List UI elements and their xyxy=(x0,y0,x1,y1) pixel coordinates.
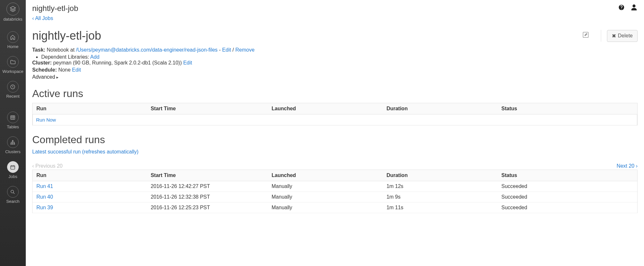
search-icon xyxy=(7,186,19,198)
home-icon xyxy=(7,31,19,43)
col-run: Run xyxy=(33,103,148,114)
brand-name: databricks xyxy=(3,17,22,22)
sidebar-item-home[interactable]: Home xyxy=(3,29,24,54)
all-jobs-link[interactable]: ‹ All Jobs xyxy=(32,15,53,21)
table-row: Run 402016-11-26 12:32:38 PSTManually1m … xyxy=(33,192,637,202)
svg-point-5 xyxy=(14,143,15,144)
sidebar-item-label: Clusters xyxy=(5,149,21,154)
delete-button-label: Delete xyxy=(618,33,633,39)
sidebar-item-workspace[interactable]: Workspace xyxy=(3,54,24,78)
task-prefix: Notebook at xyxy=(47,47,76,53)
run-link[interactable]: Run 40 xyxy=(36,194,53,200)
sidebar-item-clusters[interactable]: Clusters xyxy=(3,134,24,159)
svg-point-3 xyxy=(11,143,12,144)
schedule-edit-link[interactable]: Edit xyxy=(72,67,81,73)
sidebar-item-label: Workspace xyxy=(3,69,24,74)
job-title: nightly-etl-job xyxy=(32,29,101,43)
sidebar-item-label: Jobs xyxy=(8,174,17,179)
dependent-libraries-line: Dependent Libraries: Add xyxy=(41,54,638,60)
col-duration: Duration xyxy=(383,170,498,181)
sidebar-item-label: Recent xyxy=(6,94,19,99)
main-content: nightly-etl-job ‹ All Jobs nightly-etl-j… xyxy=(26,0,644,266)
col-launched: Launched xyxy=(268,170,383,181)
user-icon[interactable] xyxy=(630,4,638,13)
cluster-line: Cluster: peyman (90 GB, Running, Spark 2… xyxy=(32,60,638,66)
close-icon: ✖ xyxy=(612,33,616,39)
page-title: nightly-etl-job xyxy=(32,4,78,13)
run-link[interactable]: Run 39 xyxy=(36,205,53,210)
divider xyxy=(601,30,601,42)
delete-button[interactable]: ✖ Delete xyxy=(607,30,638,42)
next-page[interactable]: Next 20 › xyxy=(617,163,638,169)
sidebar-item-jobs[interactable]: Jobs xyxy=(3,159,24,183)
sidebar-item-label: Home xyxy=(7,44,19,49)
col-launched: Launched xyxy=(268,103,383,114)
completed-runs-table: Run Start Time Launched Duration Status … xyxy=(32,170,638,213)
cluster-edit-link[interactable]: Edit xyxy=(183,60,192,65)
run-link[interactable]: Run 41 xyxy=(36,183,53,189)
col-status: Status xyxy=(498,170,637,181)
col-run: Run xyxy=(33,170,148,181)
run-now-link[interactable]: Run Now xyxy=(36,117,56,123)
task-label: Task: xyxy=(32,47,45,53)
svg-rect-1 xyxy=(11,115,15,119)
col-duration: Duration xyxy=(383,103,498,114)
edit-title-icon[interactable] xyxy=(576,31,595,40)
task-remove-link[interactable]: Remove xyxy=(235,47,255,53)
folder-icon xyxy=(7,56,19,68)
svg-point-4 xyxy=(13,143,14,144)
col-start-time: Start Time xyxy=(148,103,268,114)
sidebar: databricks HomeWorkspaceRecentTablesClus… xyxy=(0,0,26,266)
table-row: Run 412016-11-26 12:42:27 PSTManually1m … xyxy=(33,181,637,192)
task-path-link[interactable]: /Users/peyman@databricks.com/data-engine… xyxy=(76,47,218,53)
task-edit-link[interactable]: Edit xyxy=(222,47,231,53)
table-icon xyxy=(7,112,19,123)
svg-point-2 xyxy=(13,140,14,141)
sitemap-icon xyxy=(7,136,19,148)
col-status: Status xyxy=(498,103,637,114)
active-runs-table: Run Start Time Launched Duration Status … xyxy=(32,103,638,125)
svg-point-7 xyxy=(11,190,14,193)
add-library-link[interactable]: Add xyxy=(90,54,99,60)
brand-logo-icon[interactable] xyxy=(6,3,19,15)
col-start-time: Start Time xyxy=(148,170,268,181)
active-runs-header: Active runs xyxy=(32,88,638,100)
sidebar-item-recent[interactable]: Recent xyxy=(3,78,24,103)
completed-runs-header: Completed runs xyxy=(32,134,638,146)
task-line: Task: Notebook at /Users/peyman@databric… xyxy=(32,47,638,53)
schedule-line: Schedule: None Edit xyxy=(32,67,638,73)
sidebar-item-tables[interactable]: Tables xyxy=(3,109,24,134)
sidebar-item-label: Search xyxy=(6,199,19,204)
advanced-toggle[interactable]: Advanced xyxy=(32,74,638,80)
help-icon[interactable] xyxy=(618,4,625,13)
clock-icon xyxy=(7,81,19,93)
sidebar-item-search[interactable]: Search xyxy=(3,183,24,208)
calendar-icon xyxy=(7,161,19,173)
latest-run-link[interactable]: Latest successful run (refreshes automat… xyxy=(32,149,139,155)
sidebar-item-label: Tables xyxy=(7,124,19,129)
svg-rect-6 xyxy=(11,165,15,169)
table-row: Run 392016-11-26 12:25:23 PSTManually1m … xyxy=(33,202,637,213)
prev-page: ‹ Previous 20 xyxy=(32,163,62,169)
